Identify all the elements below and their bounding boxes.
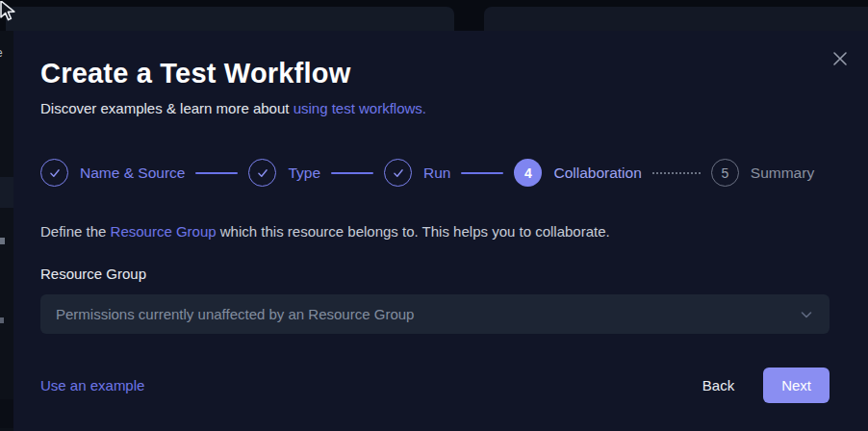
step-active-circle: 4 [514, 159, 542, 187]
step-label: Name & Source [80, 165, 185, 182]
stepper-step-type[interactable]: Type [248, 159, 320, 187]
create-test-workflow-dialog: Create a Test Workflow Discover examples… [13, 31, 868, 431]
step-done-circle [384, 159, 412, 187]
background-fragment-block [0, 399, 13, 428]
dialog-subtitle: Discover examples & learn more about usi… [40, 98, 830, 118]
background-fragment-tick [0, 238, 5, 244]
use-an-example-link[interactable]: Use an example [40, 377, 144, 393]
subtitle-text: Discover examples & learn more about [40, 100, 294, 116]
step-label: Run [423, 165, 450, 182]
step-connector [461, 172, 503, 174]
step-description: Define the Resource Group which this res… [40, 221, 830, 241]
step-label: Type [288, 165, 320, 182]
step-label: Collaboration [553, 165, 641, 182]
check-icon [392, 166, 405, 180]
mouse-cursor-icon [0, 1, 18, 26]
resource-group-link[interactable]: Resource Group [111, 223, 217, 240]
check-icon [48, 166, 62, 180]
stepper-step-name-source[interactable]: Name & Source [40, 159, 185, 187]
chevron-down-icon [799, 307, 814, 322]
background-fragment-tick [0, 317, 4, 323]
stepper-step-run[interactable]: Run [384, 159, 450, 187]
step-connector-dotted [652, 172, 701, 174]
check-icon [256, 166, 269, 180]
stepper-step-summary[interactable]: 5 Summary [711, 159, 814, 187]
close-icon [830, 49, 850, 68]
next-button[interactable]: Next [763, 368, 830, 403]
resource-group-field-label: Resource Group [40, 266, 830, 282]
background-top-bar [0, 0, 868, 31]
description-text: Define the [40, 223, 111, 240]
step-done-circle [40, 159, 68, 187]
stepper: Name & Source Type Run 4 Collaboration [40, 159, 830, 187]
background-text-fragment: e [0, 46, 3, 60]
back-button[interactable]: Back [702, 377, 734, 393]
background-fragment-block [0, 177, 13, 208]
step-label: Summary [751, 165, 814, 182]
dialog-footer: Use an example Back Next [40, 368, 830, 403]
using-test-workflows-link[interactable]: using test workflows. [294, 100, 426, 116]
background-panel-right [484, 7, 868, 31]
close-button[interactable] [828, 46, 853, 71]
description-text: which this resource belongs to. This hel… [217, 223, 610, 240]
resource-group-select[interactable]: Permissions currently unaffected by an R… [40, 294, 830, 334]
select-placeholder: Permissions currently unaffected by an R… [56, 306, 414, 322]
background-page-sliver: e [0, 31, 13, 431]
step-upcoming-circle: 5 [711, 159, 739, 187]
step-done-circle [248, 159, 276, 187]
step-connector [331, 172, 373, 174]
footer-actions: Back Next [702, 368, 830, 403]
background-panel-left [6, 7, 454, 31]
step-connector [195, 172, 238, 174]
stepper-step-collaboration[interactable]: 4 Collaboration [514, 159, 641, 187]
dialog-title: Create a Test Workflow [40, 56, 830, 90]
